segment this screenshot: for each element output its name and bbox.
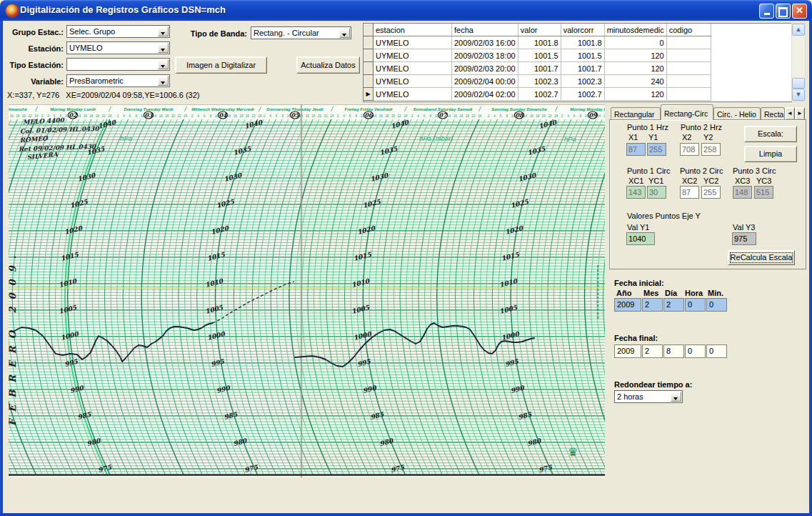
x2-field[interactable]: 708: [680, 143, 699, 156]
cell-estacion[interactable]: UYMELO: [374, 62, 452, 75]
cell-minutosdemedic[interactable]: 0: [604, 36, 666, 49]
column-header-estacion[interactable]: estacion: [374, 24, 452, 36]
tab-scroll-right-button[interactable]: ►: [795, 107, 805, 120]
val-y3-field[interactable]: 975: [732, 232, 756, 245]
cell-estacion[interactable]: UYMELO: [374, 75, 452, 88]
current-row-marker[interactable]: ▶: [364, 88, 374, 101]
redondear-combo[interactable]: 2 horas: [614, 390, 683, 403]
cell-valor[interactable]: 1001.5: [518, 49, 561, 62]
cell-valor[interactable]: 1002.7: [518, 88, 561, 101]
row-selector[interactable]: [364, 62, 374, 75]
cell-fecha[interactable]: 2009/02/03 18:00: [452, 49, 518, 62]
column-header-valor[interactable]: valor: [518, 24, 561, 36]
cell-minutosdemedic[interactable]: 240: [604, 75, 666, 88]
recalcula-escala-button[interactable]: ReCalcula Escala: [728, 250, 795, 265]
close-button[interactable]: ✕: [792, 4, 807, 19]
row-selector[interactable]: [364, 75, 374, 88]
cell-valorcorr[interactable]: 1001.8: [561, 36, 604, 49]
yc3-field[interactable]: 515: [754, 186, 773, 199]
maximize-button[interactable]: [776, 4, 791, 19]
tab-recta[interactable]: Recta: [761, 107, 785, 120]
variable-dropdown-button[interactable]: [158, 76, 169, 86]
y1-field[interactable]: 255: [647, 143, 666, 156]
cell-minutosdemedic[interactable]: 120: [604, 49, 666, 62]
y2-field[interactable]: 258: [701, 143, 721, 156]
tab-rectangular[interactable]: Rectangular: [611, 107, 661, 120]
xc3-field[interactable]: 148: [733, 186, 752, 199]
title-bar[interactable]: Digitalización de Registros Gráficos DSN…: [0, 0, 812, 21]
cell-minutosdemedic[interactable]: 120: [604, 62, 666, 75]
xc1-field[interactable]: 143: [626, 186, 646, 199]
row-selector[interactable]: [364, 36, 374, 49]
table-row[interactable]: UYMELO2009/02/04 00:001002.31002.3240: [364, 75, 711, 88]
column-header-fecha[interactable]: fecha: [452, 24, 518, 36]
yc1-field[interactable]: 30: [647, 186, 666, 199]
tipo-estacion-combo[interactable]: [66, 58, 170, 71]
column-header-codigo[interactable]: codigo: [666, 24, 711, 36]
fecha-inicial-min[interactable]: 0: [706, 298, 727, 312]
fecha-final-dia[interactable]: 8: [663, 344, 684, 358]
val-y1-field[interactable]: 1040: [626, 232, 655, 245]
cell-valor[interactable]: 1002.3: [518, 75, 561, 88]
column-header-minutosdemedic[interactable]: minutosdemedic: [604, 24, 666, 36]
row-selector[interactable]: [364, 49, 374, 62]
cell-estacion[interactable]: UYMELO: [374, 88, 452, 101]
cell-fecha[interactable]: 2009/02/03 20:00: [452, 62, 518, 75]
table-row[interactable]: ▶UYMELO2009/02/04 02:001002.71002.7120: [364, 88, 711, 101]
cell-estacion[interactable]: UYMELO: [374, 36, 452, 49]
estacion-dropdown-button[interactable]: [158, 43, 169, 53]
minimize-button[interactable]: [759, 4, 774, 19]
estacion-combo[interactable]: UYMELO: [66, 41, 170, 54]
cell-codigo[interactable]: [666, 88, 711, 101]
records-table[interactable]: estacionfechavalorvalorcorrminutosdemedi…: [363, 23, 792, 102]
cell-valor[interactable]: 1001.7: [518, 62, 561, 75]
grupo-estac-combo[interactable]: Selec. Grupo: [66, 25, 170, 38]
table-row[interactable]: UYMELO2009/02/03 18:001001.51001.5120: [364, 49, 711, 62]
fecha-final-mes[interactable]: 2: [642, 344, 663, 358]
fecha-inicial-ano[interactable]: 2009: [614, 298, 641, 312]
cell-minutosdemedic[interactable]: 120: [604, 88, 666, 101]
digitized-chart-image[interactable]: Sonntag Sunday Dimanche/2468100114161820…: [9, 104, 605, 477]
scrollbar-thumb[interactable]: [792, 78, 805, 89]
cell-valor[interactable]: 1001.8: [518, 36, 561, 49]
fecha-inicial-hora[interactable]: 0: [685, 298, 706, 312]
scroll-down-button[interactable]: ▼: [792, 89, 805, 101]
cell-valorcorr[interactable]: 1002.3: [561, 75, 604, 88]
tipo-banda-combo[interactable]: Rectang. - Circular: [251, 26, 351, 39]
scroll-up-button[interactable]: ▲: [792, 24, 805, 36]
cell-codigo[interactable]: [666, 62, 711, 75]
variable-combo[interactable]: PresBarometric: [66, 74, 170, 87]
cell-estacion[interactable]: UYMELO: [374, 49, 452, 62]
tab-scroll-left-button[interactable]: ◄: [785, 107, 795, 120]
cell-fecha[interactable]: 2009/02/03 16:00: [452, 36, 518, 49]
fecha-final-hora[interactable]: 0: [685, 344, 706, 358]
x1-field[interactable]: 87: [626, 143, 646, 156]
tab-circ-helio[interactable]: Circ. - Helio: [713, 107, 761, 120]
cell-fecha[interactable]: 2009/02/04 02:00: [452, 88, 518, 101]
actualiza-datos-button[interactable]: Actualiza Datos: [296, 56, 360, 74]
cell-codigo[interactable]: [666, 49, 711, 62]
cell-codigo[interactable]: [666, 36, 711, 49]
xc2-field[interactable]: 87: [680, 186, 699, 199]
cell-valorcorr[interactable]: 1002.7: [561, 88, 604, 101]
tipo-estacion-dropdown-button[interactable]: [158, 59, 169, 69]
cell-valorcorr[interactable]: 1001.7: [561, 62, 604, 75]
fecha-inicial-dia[interactable]: 2: [663, 298, 684, 312]
table-row[interactable]: UYMELO2009/02/03 20:001001.71001.7120: [364, 62, 711, 75]
tipo-banda-dropdown-button[interactable]: [339, 28, 350, 38]
cell-codigo[interactable]: [666, 75, 711, 88]
limpia-button[interactable]: Limpia: [744, 146, 797, 162]
grupo-estac-dropdown-button[interactable]: [158, 26, 169, 36]
yc2-field[interactable]: 255: [701, 186, 721, 199]
cell-fecha[interactable]: 2009/02/04 00:00: [452, 75, 518, 88]
table-scrollbar[interactable]: ▲ ▼: [791, 23, 806, 101]
redondear-dropdown-button[interactable]: [671, 392, 681, 402]
tab-rectang-circ[interactable]: Rectang-Circ: [661, 104, 713, 120]
fecha-inicial-mes[interactable]: 2: [642, 298, 663, 312]
table-row[interactable]: UYMELO2009/02/03 16:001001.81001.80: [364, 36, 711, 49]
escala-button[interactable]: Escala:: [744, 126, 797, 142]
column-header-valorcorr[interactable]: valorcorr: [561, 24, 604, 36]
cell-valorcorr[interactable]: 1001.5: [561, 49, 604, 62]
fecha-final-min[interactable]: 0: [706, 344, 727, 358]
imagen-digitalizar-button[interactable]: Imagen a Digitalizar: [175, 56, 267, 74]
